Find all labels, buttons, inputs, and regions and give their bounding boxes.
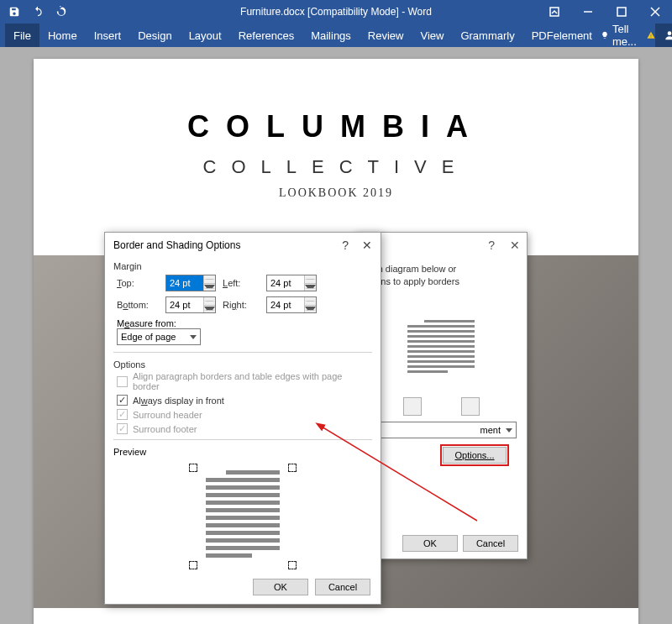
options-group-label: Options — [105, 356, 381, 370]
ribbon-options-icon — [549, 7, 559, 17]
dialog-title: Border and Shading Options — [113, 239, 240, 251]
redo-button[interactable] — [50, 1, 72, 23]
spin-down[interactable] — [305, 306, 316, 313]
right-label: Right: — [223, 300, 260, 310]
tell-me[interactable]: Tell me... — [601, 24, 655, 47]
bulb-icon — [601, 29, 609, 41]
svg-rect-2 — [617, 8, 626, 16]
tab-references[interactable]: References — [230, 24, 302, 47]
save-icon — [8, 6, 20, 18]
border-left-toggle[interactable] — [403, 397, 422, 416]
close-icon — [650, 7, 660, 17]
measure-from-label: Measure from: — [117, 318, 369, 328]
margin-top-field[interactable]: 24 pt — [165, 275, 216, 291]
maximize-button[interactable] — [605, 0, 638, 24]
preview-diagram — [184, 462, 302, 571]
margin-right-field[interactable]: 24 pt — [266, 296, 317, 313]
tab-mailings[interactable]: Mailings — [302, 24, 360, 47]
close-button[interactable] — [638, 0, 672, 24]
spin-up[interactable] — [305, 297, 316, 306]
child-dialog-titlebar: Border and Shading Options ? ✕ — [105, 233, 381, 258]
ok-button[interactable]: OK — [253, 579, 308, 595]
border-right-toggle[interactable] — [461, 397, 480, 416]
tab-view[interactable]: View — [412, 24, 452, 47]
border-shading-options-dialog[interactable]: Border and Shading Options ? ✕ Margin To… — [104, 232, 381, 605]
options-button[interactable]: Options... — [443, 447, 507, 464]
align-paragraph-checkbox: Align paragraph borders and table edges … — [117, 370, 369, 393]
document-title-block: COLUMBIA COLLECTIVE LOOKBOOK 2019 — [34, 59, 638, 200]
ribbon-tabs: File Home Insert Design Layout Reference… — [0, 24, 672, 47]
top-label: Top: — [117, 278, 159, 288]
tab-review[interactable]: Review — [360, 24, 412, 47]
minimize-icon — [583, 7, 593, 17]
window-controls — [538, 0, 672, 24]
close-button[interactable]: ✕ — [510, 239, 520, 252]
spin-down[interactable] — [204, 284, 215, 291]
minimize-button[interactable] — [571, 0, 605, 24]
tab-home[interactable]: Home — [39, 24, 86, 47]
margin-group-label: Margin — [105, 258, 381, 271]
tell-me-label: Tell me... — [612, 23, 643, 48]
doc-heading-1: COLUMBIA — [34, 109, 638, 144]
preview-label: Preview — [113, 447, 146, 457]
spin-up[interactable] — [305, 275, 316, 284]
apply-to-combo[interactable]: ment — [365, 422, 517, 438]
ok-button[interactable]: OK — [402, 535, 458, 552]
undo-button[interactable] — [27, 1, 49, 23]
help-button[interactable]: ? — [488, 239, 495, 252]
maximize-icon — [617, 7, 627, 17]
cancel-button[interactable]: Cancel — [315, 579, 370, 595]
doc-subtitle: LOOKBOOK 2019 — [34, 186, 638, 200]
close-button[interactable]: ✕ — [362, 239, 372, 252]
surround-header-checkbox: ✓Surround header — [117, 407, 369, 422]
person-icon — [664, 29, 672, 41]
surround-footer-checkbox: ✓Surround footer — [117, 422, 369, 436]
tab-pdfelement[interactable]: PDFelement — [523, 24, 601, 47]
bottom-label: Bottom: — [117, 300, 159, 310]
tab-design[interactable]: Design — [129, 24, 180, 47]
title-bar: Furniture.docx [Compatibility Mode] - Wo… — [0, 0, 672, 24]
margin-bottom-field[interactable]: 24 pt — [165, 296, 216, 313]
share-button[interactable]: Share — [655, 24, 672, 47]
warning-icon — [647, 29, 655, 41]
border-preview-diagram[interactable] — [365, 292, 517, 418]
cancel-button[interactable]: Cancel — [463, 535, 518, 552]
tab-file[interactable]: File — [5, 24, 39, 47]
tab-layout[interactable]: Layout — [181, 24, 230, 47]
spin-up[interactable] — [204, 275, 215, 284]
svg-point-5 — [668, 31, 672, 35]
doc-heading-2: COLLECTIVE — [34, 156, 638, 178]
help-button[interactable]: ? — [342, 239, 349, 252]
spin-down[interactable] — [204, 306, 215, 313]
redo-icon — [55, 6, 67, 18]
tab-grammarly[interactable]: Grammarly — [452, 24, 522, 47]
quick-access-toolbar — [0, 1, 72, 23]
ribbon-display-button[interactable] — [538, 0, 571, 24]
save-button[interactable] — [3, 1, 25, 23]
tab-insert[interactable]: Insert — [86, 24, 130, 47]
always-display-front-checkbox[interactable]: ✓Always display in front — [117, 393, 369, 407]
spin-down[interactable] — [305, 284, 316, 291]
margin-left-field[interactable]: 24 pt — [266, 275, 317, 291]
spin-up[interactable] — [204, 297, 215, 306]
measure-from-combo[interactable]: Edge of page — [117, 328, 201, 345]
undo-icon — [32, 6, 44, 18]
left-label: Left: — [223, 278, 260, 288]
